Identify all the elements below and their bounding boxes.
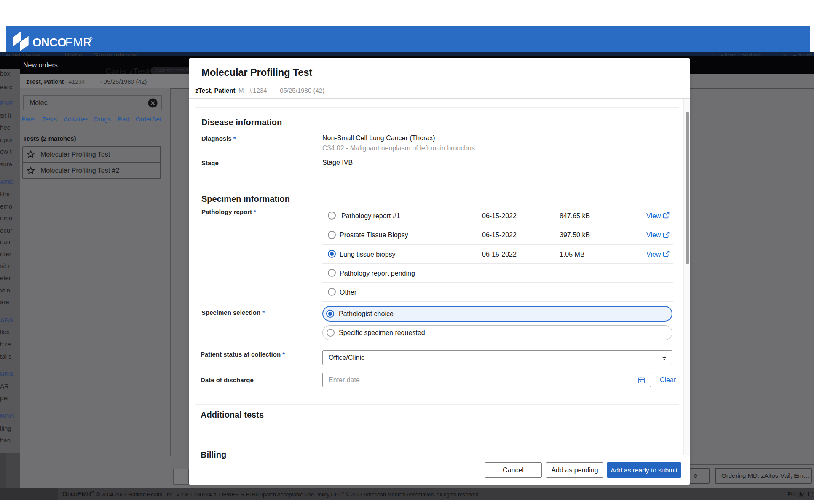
svg-text:EMR: EMR — [65, 36, 92, 49]
svg-text:®: ® — [89, 36, 93, 41]
svg-text:ONCO: ONCO — [32, 36, 66, 49]
